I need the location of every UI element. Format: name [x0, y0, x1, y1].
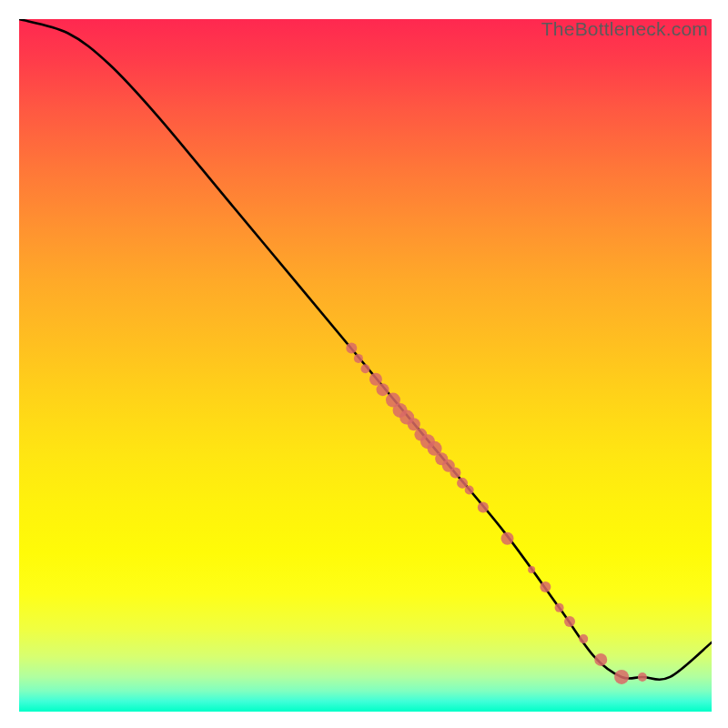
- chart-container: TheBottleneck.com: [0, 0, 728, 728]
- scatter-point: [555, 603, 564, 612]
- scatter-point: [540, 581, 551, 592]
- scatter-point: [638, 672, 647, 682]
- scatter-point: [594, 653, 607, 666]
- scatter-point: [377, 383, 389, 396]
- scatter-point: [369, 373, 382, 386]
- scatter-point: [361, 364, 370, 373]
- scatter-points: [346, 342, 647, 683]
- scatter-point: [408, 418, 420, 430]
- scatter-point: [528, 566, 535, 573]
- scatter-point: [579, 634, 588, 643]
- scatter-point: [614, 670, 629, 684]
- scatter-point: [478, 502, 489, 513]
- scatter-point: [465, 485, 474, 494]
- bottleneck-curve: [19, 19, 712, 680]
- plot-area: TheBottleneck.com: [19, 19, 712, 712]
- scatter-point: [501, 532, 514, 545]
- scatter-point: [450, 467, 460, 478]
- scatter-point: [346, 342, 357, 353]
- chart-overlay: [19, 19, 712, 712]
- scatter-point: [354, 354, 363, 363]
- scatter-point: [564, 616, 575, 627]
